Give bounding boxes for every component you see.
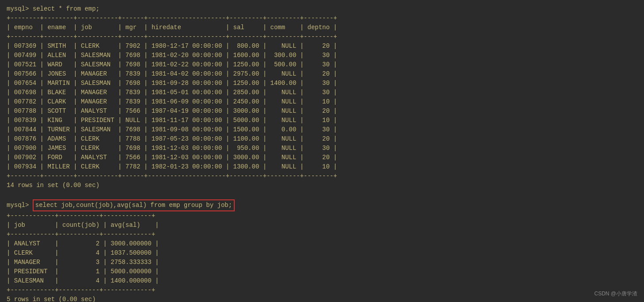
table2-footer: +------------+-----------+-------------+… [7,286,637,302]
prompt-1: mysql> [7,5,33,12]
table-row: | 007902 | FORD | ANALYST | 7566 | 1981-… [7,153,637,162]
result1-text: 14 rows in set (0.00 sec) [7,182,99,189]
table-row: | 007521 | WARD | SALESMAN | 7698 | 1981… [7,60,637,69]
table-row: | 007698 | BLAKE | MANAGER | 7839 | 1981… [7,88,637,97]
table1-sep-bottom: +--------+--------+-----------+------+--… [7,172,337,180]
table1-footer: +--------+--------+-----------+------+--… [7,172,637,239]
query-2-highlighted: select job,count(job),avg(sal) from emp … [33,202,235,209]
highlighted-sql: select job,count(job),avg(sal) from emp … [33,199,235,211]
table-row: | 007900 | JAMES | CLERK | 7698 | 1981-1… [7,144,637,153]
prompt-2: mysql> [7,202,33,209]
table-row: | 007876 | ADAMS | CLERK | 7788 | 1987-0… [7,134,637,144]
table-row: | 007839 | KING | PRESIDENT | NULL | 198… [7,116,637,125]
table-row: | CLERK | 4 | 1037.500000 | [7,248,637,258]
table-row: | MANAGER | 3 | 2758.333333 | [7,258,637,267]
table2-sep-bottom: +------------+-----------+-------------+ [7,287,155,294]
table1-rows: | 007369 | SMITH | CLERK | 7902 | 1980-1… [7,42,637,172]
result2-text: 5 rows in set (0.00 sec) [7,296,96,302]
table-row: | 007782 | CLARK | MANAGER | 7839 | 1981… [7,97,637,107]
table2-header: | job | count(job) | avg(sal) | [7,222,159,229]
table-row: | 007566 | JONES | MANAGER | 7839 | 1981… [7,69,637,79]
table-row: | 007499 | ALLEN | SALESMAN | 7698 | 198… [7,51,637,60]
terminal-content: mysql> select * from emp; +--------+----… [7,4,637,42]
query-1: select * from emp; [33,5,99,12]
table-row: | PRESIDENT | 1 | 5000.000000 | [7,267,637,276]
table-row: | SALESMAN | 4 | 1400.000000 | [7,276,637,286]
table-row: | 007844 | TURNER | SALESMAN | 7698 | 19… [7,125,637,134]
table2-sep-top: +------------+-----------+-------------+ [7,212,155,219]
table1-sep-header: +--------+--------+-----------+------+--… [7,33,337,40]
table-row: | 007654 | MARTIN | SALESMAN | 7698 | 19… [7,79,637,88]
table1-header: | empno | ename | job | mgr | hiredate |… [7,24,337,31]
table2-sep-header: +------------+-----------+-------------+ [7,231,155,238]
table-row: | ANALYST | 2 | 3000.000000 | [7,239,637,248]
table-row: | 007369 | SMITH | CLERK | 7902 | 1980-1… [7,42,637,51]
table2-rows: | ANALYST | 2 | 3000.000000 || CLERK | 4… [7,239,637,286]
watermark: CSDN @小唐学渣 [594,290,637,298]
table1-sep-top: +--------+--------+-----------+------+--… [7,15,337,22]
table-row: | 007934 | MILLER | CLERK | 7782 | 1982-… [7,162,637,172]
terminal-window: mysql> select * from emp; +--------+----… [7,4,637,302]
table-row: | 007788 | SCOTT | ANALYST | 7566 | 1987… [7,107,637,116]
